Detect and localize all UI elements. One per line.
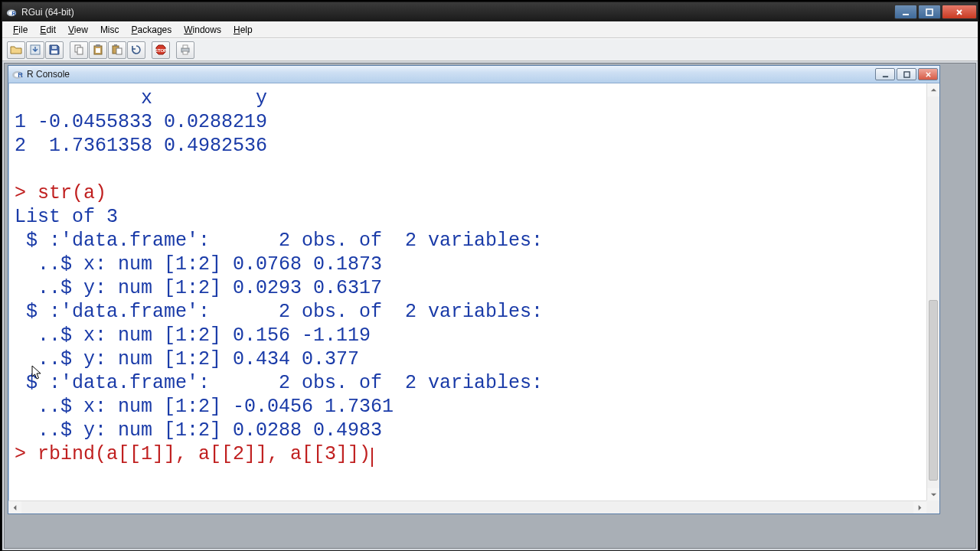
console-title-text: R Console	[27, 69, 70, 80]
scrollbar-corner	[926, 500, 939, 514]
mdi-client-area: R R Console x y 1 -0.0455833 0.0288219 2…	[4, 63, 976, 549]
menu-file-label: ile	[18, 24, 28, 35]
console-prompt: >	[15, 182, 38, 204]
console-horizontal-scrollbar[interactable]	[8, 500, 926, 514]
console-line: ..$ y: num [1:2] 0.0288 0.4983	[15, 419, 382, 442]
svg-rect-10	[77, 47, 83, 54]
menu-windows[interactable]: Windows	[178, 23, 227, 37]
toolbar-load-workspace-button[interactable]	[26, 41, 44, 59]
toolbar-save-workspace-button[interactable]	[45, 41, 64, 59]
window-title: RGui (64-bit)	[21, 7, 74, 18]
rgui-main-window: R RGui (64-bit) File Edit View Misc Pack…	[2, 2, 978, 551]
menu-misc-label: Misc	[100, 24, 119, 35]
menu-view[interactable]: View	[62, 23, 94, 37]
toolbar: STOP	[2, 38, 978, 61]
console-line: ..$ x: num [1:2] 0.156 -1.119	[15, 324, 371, 347]
console-body[interactable]: x y 1 -0.0455833 0.0288219 2 1.7361358 0…	[8, 83, 939, 514]
console-line: ..$ y: num [1:2] 0.0293 0.6317	[15, 277, 382, 299]
svg-rect-15	[114, 44, 117, 46]
scrollbar-left-button[interactable]	[8, 501, 21, 514]
menu-edit[interactable]: Edit	[34, 23, 62, 37]
svg-rect-5	[926, 9, 933, 15]
menu-view-label: iew	[74, 24, 88, 35]
console-line: $ :'data.frame': 2 obs. of 2 variables:	[15, 230, 543, 252]
menu-help[interactable]: Help	[227, 23, 259, 37]
r-console-window: R R Console x y 1 -0.0455833 0.0288219 2…	[8, 65, 940, 514]
console-minimize-button[interactable]	[875, 68, 895, 80]
console-line: 2 1.7361358 0.4982536	[15, 135, 267, 157]
menu-misc[interactable]: Misc	[94, 23, 126, 37]
console-command: str(a)	[38, 182, 106, 204]
svg-text:STOP: STOP	[155, 48, 167, 53]
r-console-icon: R	[11, 68, 24, 80]
scrollbar-right-button[interactable]	[913, 501, 926, 514]
r-app-icon: R	[5, 6, 18, 18]
titlebar[interactable]: R RGui (64-bit)	[2, 2, 978, 21]
svg-rect-26	[903, 71, 909, 77]
svg-rect-20	[183, 45, 188, 48]
svg-rect-12	[96, 44, 100, 47]
console-line: $ :'data.frame': 2 obs. of 2 variables:	[15, 301, 543, 323]
scrollbar-down-button[interactable]	[927, 488, 939, 501]
console-titlebar[interactable]: R R Console	[8, 66, 939, 83]
console-maximize-button[interactable]	[897, 68, 916, 80]
svg-text:R: R	[18, 71, 23, 79]
menu-help-label: elp	[240, 24, 253, 35]
window-minimize-button[interactable]	[894, 5, 917, 19]
console-line: ..$ x: num [1:2] 0.0768 0.1873	[15, 253, 382, 276]
svg-rect-7	[51, 51, 57, 54]
toolbar-print-button[interactable]	[176, 41, 194, 59]
console-line: ..$ y: num [1:2] 0.434 0.377	[15, 348, 359, 370]
scrollbar-thumb[interactable]	[929, 300, 938, 481]
menu-windows-label: indows	[193, 24, 221, 35]
console-line: x y	[15, 87, 267, 109]
menu-packages-label: ackages	[138, 24, 172, 35]
toolbar-paste-button[interactable]	[89, 41, 107, 59]
console-line: $ :'data.frame': 2 obs. of 2 variables:	[15, 372, 543, 394]
console-vertical-scrollbar[interactable]	[926, 83, 939, 501]
menu-edit-label: dit	[46, 24, 56, 35]
toolbar-stop-button[interactable]: STOP	[152, 41, 170, 59]
console-line: 1 -0.0455833 0.0288219	[15, 111, 267, 133]
console-line: ..$ x: num [1:2] -0.0456 1.7361	[15, 396, 394, 418]
scrollbar-up-button[interactable]	[927, 83, 939, 96]
console-close-button[interactable]	[918, 68, 938, 80]
console-current-command[interactable]: rbind(a[[1]], a[[2]], a[[3]])	[38, 443, 371, 465]
svg-rect-16	[116, 48, 122, 54]
window-maximize-button[interactable]	[918, 5, 941, 19]
console-line: List of 3	[15, 206, 118, 228]
toolbar-open-script-button[interactable]	[7, 41, 25, 59]
menubar: File Edit View Misc Packages Windows Hel…	[2, 21, 978, 38]
toolbar-refresh-button[interactable]	[127, 41, 145, 59]
menu-packages[interactable]: Packages	[126, 23, 178, 37]
svg-rect-25	[882, 76, 887, 77]
menu-file[interactable]: File	[7, 23, 34, 37]
svg-rect-13	[96, 48, 100, 53]
toolbar-copy-paste-button[interactable]	[108, 41, 126, 59]
svg-rect-8	[52, 46, 57, 49]
console-output[interactable]: x y 1 -0.0455833 0.0288219 2 1.7361358 0…	[15, 86, 924, 501]
console-prompt: >	[15, 443, 38, 465]
text-cursor	[371, 448, 373, 467]
scrollbar-track[interactable]	[927, 96, 939, 488]
svg-text:R: R	[11, 9, 16, 16]
svg-rect-21	[183, 51, 188, 54]
window-close-button[interactable]	[942, 5, 977, 19]
svg-rect-4	[903, 14, 909, 15]
toolbar-copy-button[interactable]	[70, 41, 88, 59]
